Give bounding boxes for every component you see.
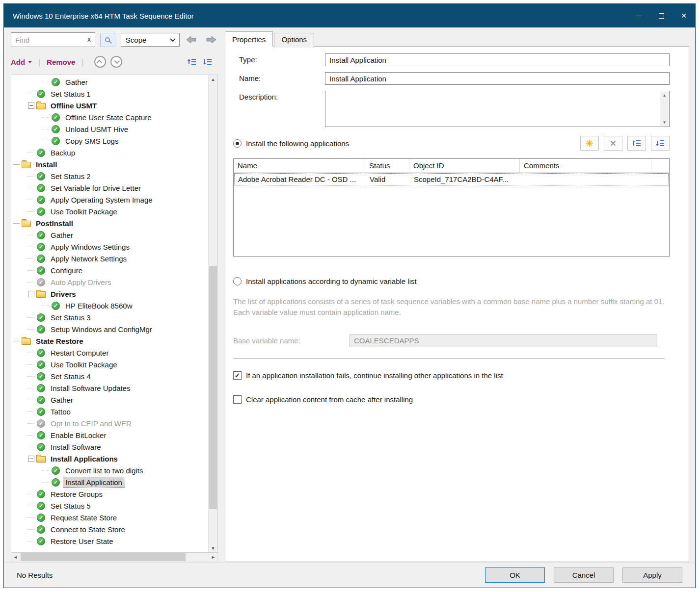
maximize-button[interactable] — [650, 4, 673, 27]
ok-button[interactable]: OK — [485, 567, 545, 583]
description-field[interactable]: ▲ ▼ — [325, 91, 670, 127]
install-following-radio[interactable] — [233, 139, 242, 148]
scroll-down-icon[interactable]: ▼ — [663, 120, 667, 125]
tree-item-label: Offline User State Capture — [63, 112, 154, 123]
find-input[interactable] — [11, 32, 95, 47]
application-row[interactable]: Adobe Acrobat Reader DC - OSD ...ValidSc… — [234, 173, 669, 185]
tree-item[interactable]: Install Software — [11, 441, 208, 453]
tree-item[interactable]: Set Status 2 — [11, 170, 208, 182]
tree-item[interactable]: Apply Windows Settings — [11, 241, 208, 253]
tree-item[interactable]: Auto Apply Drivers — [11, 276, 208, 288]
tree-item[interactable]: Gather — [11, 394, 208, 406]
window-title: Windows 10 Enterprise x64 RTM Task Seque… — [4, 12, 194, 20]
scroll-down-icon[interactable]: ▼ — [209, 544, 217, 552]
tree-expander-icon[interactable] — [26, 291, 36, 297]
delete-application-button[interactable]: ✕ — [604, 136, 622, 151]
tree-item[interactable]: Offline User State Capture — [11, 111, 208, 123]
tree-connector — [41, 82, 51, 82]
column-header[interactable]: Comments — [520, 159, 651, 172]
tree-item[interactable]: Unload USMT Hive — [11, 123, 208, 135]
tree-item[interactable]: Connect to State Store — [11, 523, 208, 535]
tree-item[interactable]: Use Toolkit Package — [11, 359, 208, 370]
tree-item[interactable]: Copy SMS Logs — [11, 135, 208, 147]
tree-item[interactable]: Restore Groups — [11, 488, 208, 500]
find-box: x — [11, 32, 95, 47]
tree-item[interactable]: Set Status 5 — [11, 500, 208, 512]
tree-item[interactable]: Drivers — [11, 288, 208, 300]
tree-item[interactable]: Set Status 4 — [11, 370, 208, 382]
tree-item[interactable]: State Restore — [11, 335, 208, 347]
scroll-left-icon[interactable]: ◄ — [11, 553, 20, 562]
find-next-button[interactable] — [203, 33, 219, 47]
tree-item[interactable]: Restart Computer — [11, 347, 208, 359]
move-application-up-button[interactable] — [627, 136, 646, 151]
tree-item[interactable]: Gather — [11, 229, 208, 241]
tree-item[interactable]: Gather — [11, 76, 208, 88]
tree-item[interactable]: Use Toolkit Package — [11, 206, 208, 217]
tree-item[interactable]: PostInstall — [11, 217, 208, 229]
tree-item[interactable]: Set Status 1 — [11, 88, 208, 100]
find-previous-button[interactable] — [184, 33, 199, 47]
column-header[interactable]: Status — [365, 159, 409, 172]
tree-item[interactable]: Apply Operating System Image — [11, 194, 208, 206]
tree-item-icon — [36, 266, 46, 275]
tree-vertical-scrollbar[interactable]: ▲ ▼ — [208, 75, 217, 552]
expand-all-button[interactable] — [186, 56, 198, 68]
tab-properties[interactable]: Properties — [225, 31, 273, 47]
tree-item[interactable]: Enable BitLocker — [11, 429, 208, 441]
tree-item[interactable]: Convert list to two digits — [11, 464, 208, 476]
close-button[interactable]: ✕ — [673, 4, 695, 27]
scroll-right-icon[interactable]: ► — [209, 553, 217, 562]
column-header[interactable]: Name — [234, 159, 365, 172]
tree-item[interactable]: Backup — [11, 147, 208, 158]
column-header[interactable]: Object ID — [409, 159, 520, 172]
tree-item[interactable]: Set Status 3 — [11, 311, 208, 323]
clear-find-button[interactable]: x — [87, 35, 91, 43]
tree-item[interactable]: Opt In to CEIP and WER — [11, 417, 208, 429]
tree-item[interactable]: Configure — [11, 264, 208, 276]
tree-item[interactable]: Apply Network Settings — [11, 253, 208, 264]
tree-item[interactable]: Tattoo — [11, 406, 208, 417]
tree-item-icon — [51, 302, 60, 310]
cancel-button[interactable]: Cancel — [554, 567, 614, 583]
tree-item[interactable]: Setup Windows and ConfigMgr — [11, 323, 208, 335]
tree-item[interactable]: HP EliteBook 8560w — [11, 300, 208, 311]
move-step-up-button[interactable] — [94, 56, 106, 68]
tree-expander-icon[interactable] — [26, 103, 36, 109]
name-field[interactable] — [325, 72, 670, 85]
search-button[interactable] — [100, 33, 115, 47]
move-application-down-button[interactable] — [651, 136, 670, 151]
horizontal-scroll-thumb[interactable] — [21, 553, 186, 561]
tree-item[interactable]: Install Software Updates — [11, 382, 208, 394]
vertical-scroll-thumb[interactable] — [209, 266, 217, 509]
scroll-up-icon[interactable]: ▲ — [663, 93, 667, 98]
description-scrollbar[interactable]: ▲ ▼ — [660, 92, 669, 126]
main-area: x Scope Add | — [4, 27, 695, 562]
clear-cache-checkbox[interactable] — [233, 395, 242, 404]
minimize-button[interactable] — [627, 4, 650, 27]
app-table-body[interactable]: Adobe Acrobat Reader DC - OSD ...ValidSc… — [234, 173, 669, 256]
tree-item-icon — [36, 443, 46, 451]
tab-options[interactable]: Options — [274, 33, 314, 48]
tree-expander-icon[interactable] — [26, 456, 36, 462]
continue-on-fail-checkbox[interactable] — [233, 371, 242, 380]
move-step-down-button[interactable] — [110, 56, 122, 68]
add-application-button[interactable]: ✳ — [580, 136, 599, 151]
add-button[interactable]: Add — [11, 58, 32, 66]
tree-item[interactable]: Install — [11, 158, 208, 170]
remove-button[interactable]: Remove — [47, 58, 75, 66]
tree-item[interactable]: Set Variable for Drive Letter — [11, 182, 208, 194]
scope-dropdown[interactable]: Scope — [121, 33, 180, 47]
tree-item[interactable]: Offline USMT — [11, 100, 208, 111]
collapse-all-button[interactable] — [201, 56, 214, 68]
tree-item[interactable]: Restore User State — [11, 535, 208, 547]
dotted-connector — [27, 423, 34, 424]
apply-button[interactable]: Apply — [622, 567, 682, 583]
tree-item-icon — [36, 325, 46, 334]
dynamic-variable-radio[interactable] — [233, 277, 242, 285]
tree-item[interactable]: Install Applications — [11, 453, 208, 464]
tree-horizontal-scrollbar[interactable]: ◄ ► — [11, 553, 218, 562]
scroll-up-icon[interactable]: ▲ — [209, 75, 217, 83]
tree-item[interactable]: Install Application — [11, 476, 208, 488]
tree-item[interactable]: Request State Store — [11, 512, 208, 523]
